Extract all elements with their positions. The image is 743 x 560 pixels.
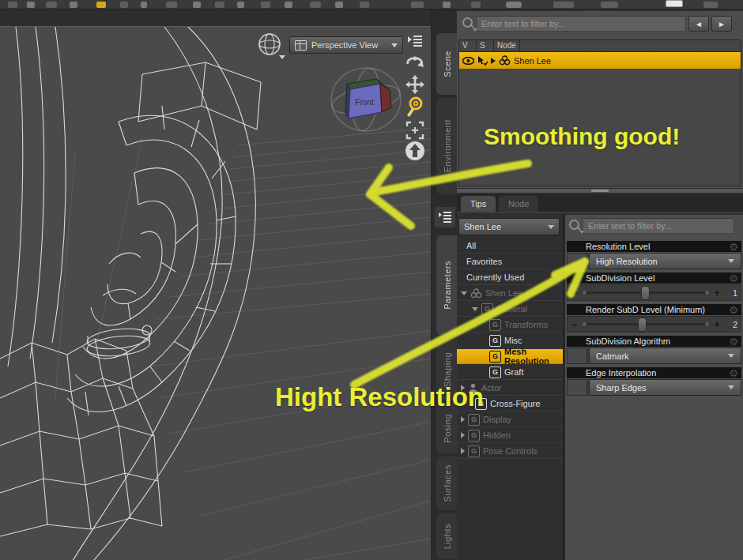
gear-icon[interactable]: ⚙ bbox=[729, 273, 738, 284]
expand-arrow-icon[interactable] bbox=[491, 58, 496, 64]
column-node: Node bbox=[494, 40, 520, 51]
increment-button[interactable]: + bbox=[713, 288, 721, 299]
viewport-3d[interactable]: Perspective View bbox=[0, 26, 431, 560]
filter-back-button[interactable]: ◄ bbox=[688, 16, 709, 32]
decrement-button[interactable]: − bbox=[571, 319, 579, 330]
group-icon: G bbox=[489, 335, 501, 347]
chevron-down-icon bbox=[728, 385, 734, 389]
tree-item-display[interactable]: G Display bbox=[457, 412, 563, 427]
group-icon: G bbox=[489, 351, 501, 363]
toolbar-icon[interactable] bbox=[166, 2, 177, 8]
collapse-icon[interactable] bbox=[461, 291, 467, 295]
selectable-cursor-icon[interactable] bbox=[477, 56, 488, 66]
orbit-tool-icon[interactable] bbox=[403, 52, 427, 73]
property-header-render-subd-level: Render SubD Level (Minimum) ⚙ bbox=[567, 304, 741, 315]
camera-globe-icon[interactable] bbox=[255, 32, 288, 62]
pane-menu-icon[interactable] bbox=[435, 207, 455, 227]
property-header-resolution-level: Resolution Level ⚙ bbox=[567, 241, 741, 252]
toolbar-icon[interactable] bbox=[506, 2, 522, 8]
viewport-options-icon[interactable] bbox=[403, 31, 427, 51]
parameters-filter-input[interactable] bbox=[583, 218, 734, 234]
animate-cell[interactable] bbox=[567, 253, 587, 269]
tab-node[interactable]: Node bbox=[499, 196, 538, 212]
horizontal-splitter[interactable] bbox=[457, 189, 743, 193]
animate-cell[interactable] bbox=[567, 379, 587, 396]
tab-parameters[interactable]: Parameters bbox=[436, 235, 458, 335]
edge-interpolation-dropdown[interactable]: Sharp Edges bbox=[589, 379, 741, 396]
slider-handle[interactable] bbox=[641, 286, 650, 300]
pan-tool-icon[interactable] bbox=[403, 74, 427, 95]
visibility-eye-icon[interactable] bbox=[462, 57, 474, 65]
parameters-properties-pane: Resolution Level ⚙ High Resolution SubDi… bbox=[565, 215, 743, 560]
gear-icon[interactable]: ⚙ bbox=[729, 242, 738, 252]
chevron-down-icon bbox=[728, 259, 734, 263]
node-selector-dropdown[interactable]: Shen Lee bbox=[458, 218, 560, 235]
aim-home-icon[interactable] bbox=[403, 141, 427, 161]
tip-tab-bar: Tips Node bbox=[457, 194, 743, 213]
expand-icon[interactable] bbox=[461, 416, 465, 423]
gear-icon[interactable]: ⚙ bbox=[729, 336, 738, 347]
toolbar-icon[interactable] bbox=[335, 2, 343, 8]
tree-item-all[interactable]: All bbox=[457, 239, 563, 254]
toolbar-icon[interactable] bbox=[666, 0, 683, 7]
tree-item-graft[interactable]: G Graft bbox=[457, 365, 563, 380]
toolbar-icon[interactable] bbox=[141, 2, 147, 8]
tab-surfaces[interactable]: Surfaces bbox=[436, 457, 458, 510]
toolbar-icon-active[interactable] bbox=[96, 2, 106, 8]
toolbar-icon[interactable] bbox=[70, 2, 77, 8]
toolbar-icon[interactable] bbox=[8, 2, 17, 8]
tree-item-favorites[interactable]: Favorites bbox=[457, 254, 563, 269]
toolbar-icon[interactable] bbox=[237, 2, 244, 8]
tab-lights[interactable]: Lights bbox=[436, 513, 458, 559]
toolbar-icon[interactable] bbox=[285, 2, 292, 8]
tab-scene[interactable]: Scene bbox=[436, 33, 458, 95]
scene-node-row-selected[interactable]: Shen Lee bbox=[459, 52, 741, 69]
toolbar-icon[interactable] bbox=[360, 2, 369, 8]
tab-environment[interactable]: Environment bbox=[436, 98, 458, 194]
gear-icon[interactable]: ⚙ bbox=[729, 305, 738, 315]
tree-item-transforms[interactable]: G Transforms bbox=[457, 318, 563, 333]
toolbar-icon[interactable] bbox=[471, 2, 481, 8]
expand-icon[interactable] bbox=[461, 432, 465, 438]
tab-tips[interactable]: Tips bbox=[461, 196, 496, 212]
toolbar-icon[interactable] bbox=[411, 2, 424, 8]
collapse-icon[interactable] bbox=[472, 307, 478, 311]
resolution-level-dropdown[interactable]: High Resolution bbox=[589, 253, 741, 269]
gear-icon[interactable]: ⚙ bbox=[729, 368, 738, 378]
frame-tool-icon[interactable] bbox=[403, 120, 427, 141]
tree-item-shen-lee[interactable]: Shen Lee bbox=[457, 286, 563, 301]
toolbar-icon[interactable] bbox=[27, 2, 35, 8]
tree-item-mesh-resolution-selected[interactable]: G Mesh Resolution bbox=[457, 349, 563, 364]
scene-filter-input[interactable] bbox=[476, 16, 686, 32]
column-visibility: V bbox=[459, 40, 477, 51]
toolbar-icon[interactable] bbox=[215, 2, 224, 8]
expand-icon[interactable] bbox=[461, 448, 465, 454]
view-cube-gizmo[interactable]: Front bbox=[328, 63, 404, 136]
tab-tips-label: Tips bbox=[470, 199, 486, 209]
animate-cell[interactable] bbox=[567, 348, 587, 364]
toolbar-icon[interactable] bbox=[310, 2, 321, 8]
view-selector-dropdown[interactable]: Perspective View bbox=[289, 36, 403, 54]
column-selection: S bbox=[477, 40, 494, 51]
decrement-button[interactable]: − bbox=[571, 288, 579, 299]
tree-item-general[interactable]: G General bbox=[457, 302, 563, 317]
toolbar-icon[interactable] bbox=[553, 2, 574, 8]
tree-item-pose-controls[interactable]: G Pose Controls bbox=[457, 444, 563, 459]
tree-item-hidden[interactable]: G Hidden bbox=[457, 428, 563, 443]
toolbar-icon[interactable] bbox=[601, 2, 618, 8]
toolbar-icon[interactable] bbox=[443, 2, 451, 8]
filter-forward-button[interactable]: ► bbox=[711, 16, 732, 32]
zoom-tool-icon-active[interactable] bbox=[403, 96, 427, 117]
slider-handle[interactable] bbox=[638, 318, 647, 332]
toolbar-icon[interactable] bbox=[261, 2, 270, 8]
group-icon: G bbox=[489, 319, 501, 331]
render-subd-level-slider[interactable] bbox=[583, 323, 709, 325]
toolbar-icon[interactable] bbox=[46, 2, 57, 8]
toolbar-icon[interactable] bbox=[120, 2, 128, 8]
increment-button[interactable]: + bbox=[713, 319, 721, 330]
toolbar-icon[interactable] bbox=[193, 2, 201, 8]
toolbar-icon[interactable] bbox=[703, 2, 718, 8]
subdivision-algorithm-dropdown[interactable]: Catmark bbox=[589, 348, 741, 364]
subdivision-level-slider[interactable] bbox=[583, 291, 709, 294]
tree-item-currently-used[interactable]: Currently Used bbox=[457, 270, 563, 285]
